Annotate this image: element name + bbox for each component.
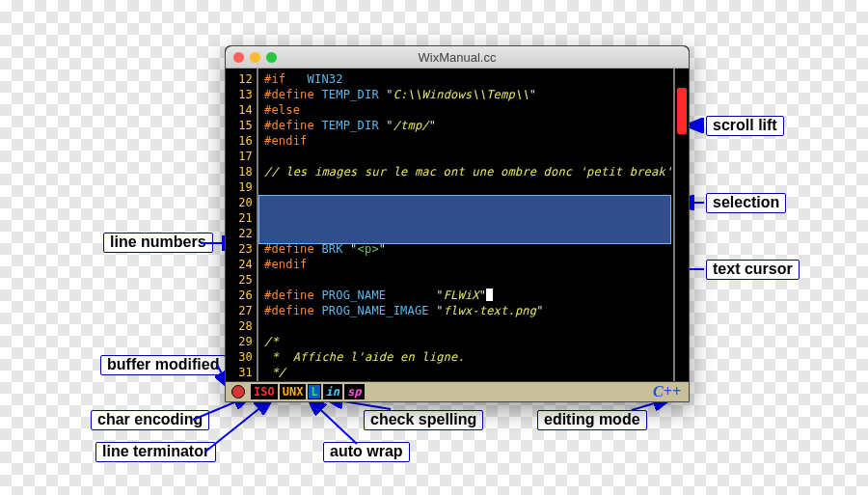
code-line[interactable]: * Affiche l'aide en ligne. [264, 349, 689, 365]
line-number: 19 [226, 179, 253, 195]
svg-line-7 [309, 399, 357, 444]
code-line[interactable] [264, 179, 689, 195]
status-badge: in [323, 384, 342, 399]
code-line[interactable]: // les images sur le mac ont une ombre d… [264, 164, 689, 179]
window-title: WixManual.cc [226, 50, 689, 65]
status-badges: ISOUNXLinsp [251, 384, 365, 399]
editor-window: WixManual.cc 121314151617181920212223242… [225, 45, 690, 402]
code-line[interactable]: /* [264, 334, 689, 349]
code-line[interactable]: #define TEMP_DIR "/tmp/" [264, 118, 689, 133]
code-line[interactable]: #else [264, 102, 689, 118]
code-line[interactable]: #if WIN32 [264, 71, 689, 87]
code-line[interactable]: #define PROG_NAME "FLWiX" [264, 288, 689, 303]
status-badge: ISO [251, 384, 278, 399]
line-number: 26 [226, 288, 253, 303]
minimize-icon[interactable] [250, 52, 260, 63]
code-line[interactable]: #endif [264, 133, 689, 149]
line-number: 15 [226, 118, 253, 133]
line-number: 25 [226, 272, 253, 288]
buffer-modified-indicator [231, 385, 245, 399]
line-number: 24 [226, 257, 253, 272]
code-area[interactable]: 1213141516171819202122232425262728293031… [226, 69, 689, 381]
line-number: 16 [226, 133, 253, 149]
code-line[interactable]: #define PROG_NAME_IMAGE "flwx-text.png" [264, 303, 689, 318]
status-bar: ISOUNXLinsp C++ [226, 381, 689, 401]
line-number: 22 [226, 226, 253, 241]
scrollbar[interactable] [673, 69, 689, 381]
status-badge: UNX [280, 384, 307, 399]
close-icon[interactable] [233, 52, 244, 63]
text-cursor [486, 289, 493, 301]
editing-mode-indicator: C++ [653, 383, 681, 400]
line-number: 30 [226, 349, 253, 365]
line-number: 12 [226, 71, 253, 87]
code-content[interactable]: #if WIN32#define TEMP_DIR "C:\\Windows\\… [258, 69, 689, 381]
code-line[interactable] [264, 318, 689, 334]
code-line[interactable]: */ [264, 365, 689, 380]
line-number: 27 [226, 303, 253, 318]
line-number-gutter: 1213141516171819202122232425262728293031 [226, 69, 258, 381]
text-selection [258, 195, 671, 244]
maximize-icon[interactable] [266, 52, 277, 63]
code-line[interactable] [264, 149, 689, 164]
line-number: 23 [226, 241, 253, 257]
scroll-thumb[interactable] [677, 88, 687, 134]
line-number: 18 [226, 164, 253, 179]
code-line[interactable] [264, 272, 689, 288]
code-line[interactable]: #endif [264, 257, 689, 272]
titlebar[interactable]: WixManual.cc [226, 46, 689, 69]
status-badge: L [308, 384, 320, 399]
line-number: 17 [226, 149, 253, 164]
line-number: 31 [226, 365, 253, 380]
line-number: 28 [226, 318, 253, 334]
line-number: 20 [226, 195, 253, 210]
status-badge: sp [344, 384, 364, 399]
svg-line-6 [205, 399, 272, 452]
line-number: 21 [226, 210, 253, 226]
line-number: 14 [226, 102, 253, 118]
code-line[interactable]: #define TEMP_DIR "C:\\Windows\\Temp\\" [264, 87, 689, 102]
line-number: 29 [226, 334, 253, 349]
line-number: 13 [226, 87, 253, 102]
